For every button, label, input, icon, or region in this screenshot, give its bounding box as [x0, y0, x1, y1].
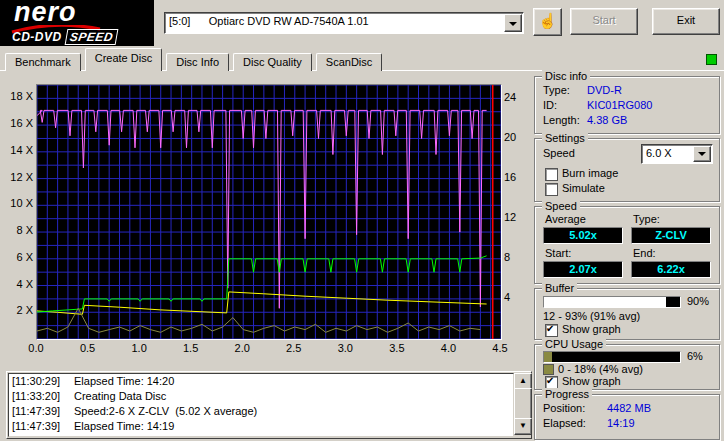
- buffer-range: 12 - 93% (91% avg): [543, 310, 640, 322]
- log-line[interactable]: [11:47:39]Speed:2-6 X Z-CLV (5.02 X aver…: [9, 404, 513, 419]
- tab-create-disc[interactable]: Create Disc: [85, 48, 162, 71]
- chart-canvas: [37, 85, 501, 339]
- x-axis-label: 3.5: [386, 342, 408, 354]
- buffer-bar: [543, 296, 681, 308]
- speed-text: SPEED: [64, 29, 118, 45]
- log-text: Elapsed Time: 14:20: [74, 375, 174, 387]
- start-speed-value: 2.07x: [543, 261, 623, 278]
- simulate-label: Simulate: [562, 182, 605, 194]
- chevron-down-icon: [509, 22, 517, 30]
- y-axis-right-label: 16: [504, 171, 526, 183]
- write-speed-chart: 2 X4 X6 X8 X10 X12 X14 X16 X18 X48121620…: [6, 74, 530, 368]
- disc-length-value: 4.38 GB: [587, 114, 627, 126]
- speed-type-value: Z-CLV: [631, 227, 711, 244]
- position-label: Position:: [543, 402, 585, 414]
- log-frame: [11:30:29]Elapsed Time: 14:20 [11:33:20]…: [6, 371, 532, 439]
- tab-benchmark[interactable]: Benchmark: [5, 53, 81, 71]
- x-axis-label: 4.5: [489, 342, 511, 354]
- x-axis-label: 1.0: [128, 342, 150, 354]
- log-line[interactable]: [11:30:29]Elapsed Time: 14:20: [9, 374, 513, 389]
- tab-disc-quality[interactable]: Disc Quality: [233, 53, 312, 71]
- y-axis-right-label: 12: [504, 211, 526, 223]
- disc-info-panel: Disc info Type: DVD-R ID: KIC01RG080 Len…: [534, 76, 720, 134]
- y-axis-left-label: 2 X: [7, 304, 33, 316]
- y-axis-right-label: 24: [504, 91, 526, 103]
- cd-dvd-text: CD-DVD: [12, 30, 62, 44]
- disc-info-title: Disc info: [542, 70, 590, 82]
- nero-brand-text: nero: [14, 0, 77, 28]
- speed-select[interactable]: 6.0 X: [641, 144, 713, 164]
- drive-select-dropdown-button[interactable]: [504, 14, 522, 32]
- buffer-show-graph-checkbox[interactable]: [545, 324, 558, 337]
- disc-length-label: Length:: [543, 114, 580, 126]
- disc-id-value: KIC01RG080: [587, 99, 652, 111]
- log-time: [11:33:20]: [9, 389, 74, 404]
- y-axis-left-label: 18 X: [7, 90, 33, 102]
- tab-disc-info[interactable]: Disc Info: [166, 53, 229, 71]
- log-scrollbar[interactable]: ▲ ▼: [514, 373, 530, 435]
- elapsed-value: 14:19: [607, 417, 635, 429]
- nero-product-text: CD-DVDSPEED: [12, 29, 117, 45]
- end-speed-value: 6.22x: [631, 261, 711, 278]
- start-button[interactable]: Start: [570, 8, 638, 35]
- buffer-show-graph-label: Show graph: [562, 323, 621, 335]
- y-axis-right-label: 4: [504, 291, 526, 303]
- average-speed-value: 5.02x: [543, 227, 623, 244]
- cpu-show-graph-label: Show graph: [562, 375, 621, 387]
- y-axis-left-label: 14 X: [7, 144, 33, 156]
- speed-select-dropdown-button[interactable]: [693, 146, 711, 162]
- select-drive-button[interactable]: ☝: [533, 8, 562, 36]
- settings-title: Settings: [542, 132, 588, 144]
- x-axis-label: 2.0: [231, 342, 253, 354]
- y-axis-left-label: 6 X: [7, 251, 33, 263]
- settings-panel: Settings Speed 6.0 X Burn image Simulate: [534, 138, 720, 202]
- disc-id-label: ID:: [543, 99, 557, 111]
- y-axis-left-label: 10 X: [7, 197, 33, 209]
- y-axis-left-label: 8 X: [7, 224, 33, 236]
- log-text: Elapsed Time: 14:19: [74, 420, 174, 432]
- log-time: [11:47:39]: [9, 419, 74, 434]
- log-time: [11:30:29]: [9, 374, 74, 389]
- y-axis-right-label: 20: [504, 131, 526, 143]
- log-line[interactable]: [11:33:20]Creating Data Disc: [9, 389, 513, 404]
- type-label: Type:: [633, 213, 660, 225]
- cpu-range: 0 - 18% (4% avg): [558, 363, 643, 375]
- exit-button[interactable]: Exit: [652, 8, 720, 35]
- speed-panel: Speed Average Type: 5.02x Z-CLV Start: E…: [534, 206, 720, 284]
- drive-select[interactable]: [5:0] Optiarc DVD RW AD-7540A 1.01: [164, 12, 524, 34]
- tab-bar: Benchmark Create Disc Disc Info Disc Qua…: [0, 46, 724, 71]
- speed-panel-title: Speed: [542, 200, 580, 212]
- log-line[interactable]: [11:47:39]Elapsed Time: 14:19: [9, 419, 513, 434]
- scrollbar-thumb[interactable]: [514, 388, 532, 422]
- y-axis-left-label: 4 X: [7, 278, 33, 290]
- x-axis-label: 4.0: [437, 342, 459, 354]
- chart-plot-area: [36, 84, 502, 340]
- x-axis-label: 3.0: [334, 342, 356, 354]
- log-text: Creating Data Disc: [74, 390, 166, 402]
- header-bar: nero CD-DVDSPEED [5:0] Optiarc DVD RW AD…: [0, 0, 724, 46]
- simulate-checkbox[interactable]: [545, 183, 558, 196]
- buffer-bar-fill: [544, 297, 666, 307]
- cpu-bar: [543, 351, 681, 363]
- disc-type-value: DVD-R: [587, 84, 622, 96]
- status-led-icon: [706, 54, 717, 65]
- start-label: Start:: [545, 247, 571, 259]
- log-list[interactable]: [11:30:29]Elapsed Time: 14:20 [11:33:20]…: [8, 373, 514, 437]
- app-window: nero CD-DVDSPEED [5:0] Optiarc DVD RW AD…: [0, 0, 724, 441]
- pointing-hand-icon: ☝: [538, 12, 557, 29]
- burn-image-checkbox[interactable]: [545, 168, 558, 181]
- elapsed-label: Elapsed:: [543, 417, 586, 429]
- nero-logo: nero CD-DVDSPEED: [0, 0, 154, 46]
- cpu-panel: CPU Usage 6% 0 - 18% (4% avg) Show graph: [534, 344, 720, 390]
- drive-select-value: [5:0] Optiarc DVD RW AD-7540A 1.01: [169, 15, 369, 27]
- chevron-down-icon: [698, 152, 706, 160]
- disc-type-label: Type:: [543, 84, 570, 96]
- cpu-graph-color-chip: [543, 364, 554, 375]
- y-axis-left-label: 12 X: [7, 171, 33, 183]
- average-label: Average: [545, 213, 586, 225]
- tab-scandisc[interactable]: ScanDisc: [316, 53, 382, 71]
- scroll-down-button[interactable]: ▼: [514, 418, 532, 435]
- end-label: End:: [633, 247, 656, 259]
- buffer-title: Buffer: [542, 282, 577, 294]
- position-value: 4482 MB: [607, 402, 651, 414]
